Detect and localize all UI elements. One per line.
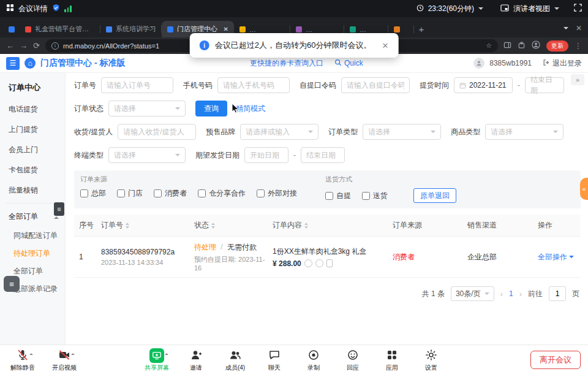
pickup-time-end-picker[interactable]: 结束日期 — [525, 77, 564, 93]
fullscreen-icon[interactable] — [574, 4, 582, 13]
query-button[interactable]: 查询 — [195, 101, 227, 116]
original-return-button[interactable]: 原单退回 — [413, 188, 456, 203]
sidebar-item-card-pickup[interactable]: 卡包提货 — [0, 160, 65, 180]
col-order-no[interactable]: 订单号 — [96, 220, 189, 231]
share-screen-button[interactable]: 共享屏幕 — [140, 348, 173, 372]
browser-tab[interactable]: 系统培训学习 — [100, 21, 162, 37]
checkbox-self-pickup[interactable]: 自提 — [325, 191, 351, 201]
checkbox-delivery[interactable]: 送货 — [362, 191, 388, 201]
tab-close-icon[interactable]: ✕ — [224, 26, 228, 32]
invite-button[interactable]: 邀请 — [179, 348, 213, 372]
coupon-query-link[interactable]: 更快捷的券卡查询入口 — [250, 58, 323, 69]
record-button[interactable]: 录制 — [297, 348, 330, 372]
simple-mode-link[interactable]: 精简模式 — [236, 104, 265, 114]
expect-ship-start-picker[interactable]: 开始日期 — [244, 147, 288, 163]
goods-type-select[interactable]: 请选择 — [485, 124, 564, 140]
sort-icon[interactable] — [126, 223, 129, 229]
order-status-select[interactable]: 请选择 — [108, 101, 186, 116]
chevron-up-icon[interactable] — [71, 351, 75, 355]
prev-page-icon[interactable]: ‹ — [500, 289, 503, 299]
profile-avatar-icon[interactable] — [532, 40, 540, 51]
panel-collapse-icon[interactable]: » — [571, 74, 584, 85]
col-status[interactable]: 状态 — [189, 220, 268, 231]
checkbox-consumer[interactable]: 消费者 — [154, 188, 187, 199]
page-size-select[interactable]: 30条/页 — [451, 286, 494, 301]
hq-checkbox[interactable] — [80, 189, 88, 197]
chat-icon — [268, 349, 281, 362]
start-video-button[interactable]: 开启视频 — [48, 348, 81, 372]
sidebar-subitem-city-delivery[interactable]: 同城配送订单 — [0, 227, 65, 245]
warehouse-share-checkbox[interactable] — [198, 189, 206, 197]
pinned-tab[interactable] — [4, 21, 20, 37]
view-caret-icon[interactable] — [554, 7, 559, 12]
timer-caret-icon[interactable] — [478, 7, 483, 12]
side-panel-icon[interactable] — [503, 41, 511, 51]
chevron-up-icon[interactable] — [165, 351, 168, 355]
pickup-code-input[interactable] — [341, 77, 410, 93]
phone-input[interactable] — [217, 77, 290, 93]
next-page-icon[interactable]: › — [519, 289, 522, 299]
external-checkbox[interactable] — [257, 189, 265, 197]
sidebar-item-phone-pickup[interactable]: 电话提货 — [0, 99, 65, 120]
sidebar-list-tool-button[interactable]: ≡ — [4, 276, 20, 292]
right-drawer-handle[interactable]: « — [580, 178, 588, 200]
extensions-icon[interactable] — [518, 41, 526, 51]
apps-button[interactable]: 应用 — [375, 348, 409, 372]
sort-icon[interactable] — [211, 223, 215, 229]
sidebar-item-member-visit[interactable]: 会员上门 — [0, 140, 65, 160]
cell-order-no: 83859345088979792a 2023-11-13 14:33:34 — [96, 248, 189, 266]
all-actions-dropdown[interactable]: 全部操作 — [538, 252, 579, 262]
members-button[interactable]: 成员(4) — [219, 348, 252, 372]
store-checkbox[interactable] — [117, 189, 125, 197]
settings-button[interactable]: 设置 — [415, 348, 448, 372]
browser-tab[interactable]: 礼盒营销平台管理中心 — [20, 21, 100, 37]
current-page-number[interactable]: 1 — [509, 289, 513, 298]
toast-close-icon[interactable]: ✕ — [382, 41, 388, 50]
terminal-type-select[interactable]: 请选择 — [108, 147, 186, 163]
expect-ship-end-picker[interactable]: 结束日期 — [301, 147, 345, 163]
self-pickup-checkbox[interactable] — [325, 192, 333, 200]
browser-menu-icon[interactable]: ⋮ — [575, 42, 582, 50]
sort-icon[interactable] — [304, 223, 308, 229]
checkbox-external[interactable]: 外部对接 — [257, 188, 297, 199]
sidebar-drag-handle[interactable]: ≡ — [54, 202, 64, 216]
chat-button[interactable]: 聊天 — [258, 348, 291, 372]
logout-button[interactable]: 退出登录 — [543, 58, 582, 69]
unmute-button[interactable]: 解除静音 — [6, 348, 39, 372]
order-type-placeholder: 请选择 — [368, 127, 390, 137]
leave-meeting-button[interactable]: 离开会议 — [530, 351, 581, 369]
bookmark-star-icon[interactable]: ☆ — [486, 42, 492, 50]
order-type-select[interactable]: 请选择 — [363, 124, 441, 140]
consumer-checkbox[interactable] — [154, 189, 162, 197]
mouse-cursor — [232, 103, 240, 116]
site-info-icon[interactable]: i — [51, 42, 59, 50]
sidebar-item-door-pickup[interactable]: 上门提货 — [0, 120, 65, 140]
tab-overflow-icon[interactable] — [564, 27, 568, 32]
delivery-checkbox[interactable] — [362, 192, 370, 200]
forward-icon[interactable]: → — [20, 42, 28, 50]
order-no-input[interactable] — [101, 77, 173, 93]
reaction-button[interactable]: 回应 — [336, 348, 369, 372]
quick-search-button[interactable]: Quick — [334, 59, 363, 68]
meeting-detail-button[interactable]: 会议详情 — [18, 4, 48, 14]
tab-favicon-icon — [394, 26, 400, 32]
goto-page-input[interactable] — [549, 286, 566, 301]
sidebar-subitem-pending-orders[interactable]: 待处理订单 — [0, 245, 65, 262]
sidebar-item-batch-verify[interactable]: 批量核销 — [0, 180, 65, 200]
cell-channel: 企业总部 — [462, 252, 533, 262]
window-close-icon[interactable]: ✕ — [576, 24, 582, 32]
new-tab-button[interactable]: + — [414, 21, 429, 36]
back-icon[interactable]: ← — [6, 42, 14, 50]
chevron-up-icon[interactable] — [29, 351, 33, 355]
checkbox-hq[interactable]: 总部 — [80, 188, 106, 199]
browser-update-button[interactable]: 更新 — [546, 40, 568, 52]
checkbox-store[interactable]: 门店 — [117, 188, 143, 199]
reload-icon[interactable]: ⟳ — [33, 42, 40, 50]
view-mode-button[interactable]: 演讲者视图 — [513, 4, 550, 14]
receiver-input[interactable] — [118, 124, 196, 140]
pickup-time-start-picker[interactable]: 2022-11-21 — [454, 77, 513, 93]
presale-brand-select[interactable]: 请选择或输入 — [240, 124, 318, 140]
col-content[interactable]: 订单内容 — [268, 220, 388, 231]
checkbox-warehouse-share[interactable]: 仓分享合作 — [198, 188, 246, 199]
menu-hamburger-button[interactable]: ☰ — [6, 57, 20, 70]
